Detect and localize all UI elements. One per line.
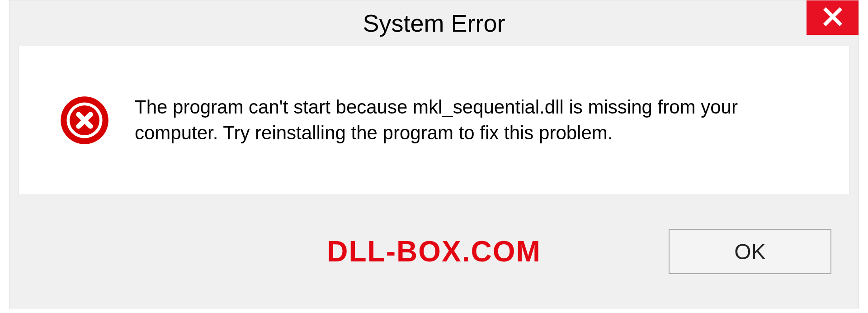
watermark-text: DLL-BOX.COM bbox=[327, 235, 541, 268]
titlebar: System Error bbox=[9, 0, 859, 46]
dialog-title: System Error bbox=[363, 9, 505, 37]
ok-button[interactable]: OK bbox=[669, 229, 831, 274]
system-error-dialog: System Error The program can't start bec… bbox=[9, 0, 859, 308]
close-button[interactable] bbox=[807, 0, 859, 35]
close-icon bbox=[822, 6, 843, 29]
dialog-footer: DLL-BOX.COM OK bbox=[19, 204, 849, 299]
error-icon bbox=[60, 95, 109, 145]
error-message: The program can't start because mkl_sequ… bbox=[135, 95, 795, 146]
dialog-body: The program can't start because mkl_sequ… bbox=[19, 46, 849, 195]
